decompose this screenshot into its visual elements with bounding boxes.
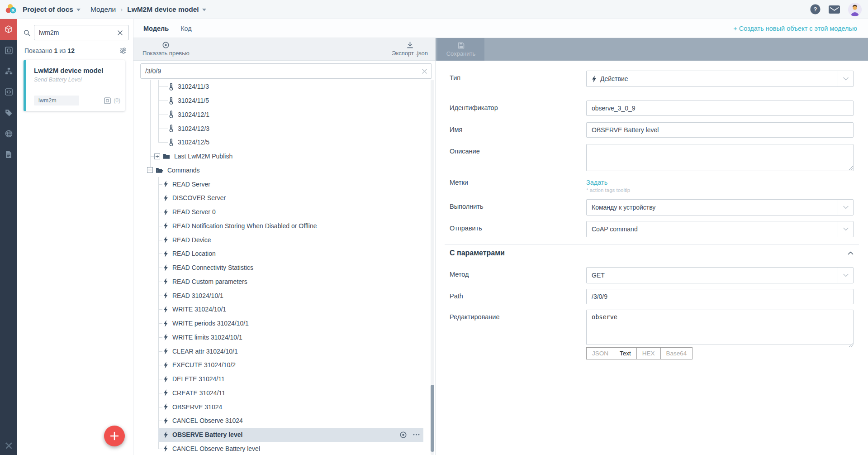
tree-item[interactable]: READ 31024/10/1 — [133, 288, 423, 302]
resize-handle[interactable] — [849, 343, 853, 347]
tree-item[interactable]: Last LwM2M Publish — [133, 149, 423, 163]
tab-code[interactable]: Код — [180, 25, 192, 32]
tree-search-box — [140, 63, 432, 79]
sidebar-item-docs[interactable] — [0, 144, 17, 165]
tags-label: Метки — [450, 175, 586, 186]
tab-model[interactable]: Модель — [143, 25, 169, 32]
models-search-input[interactable] — [34, 29, 111, 36]
caret-down-icon[interactable] — [76, 9, 81, 11]
minusbox-icon — [147, 167, 153, 173]
type-label: Тип — [450, 71, 586, 81]
tree-item[interactable]: Commands — [133, 163, 423, 177]
clear-search-icon[interactable] — [422, 69, 427, 74]
tree-item[interactable]: READ Connectivity Statistics — [133, 261, 423, 275]
scrollbar-thumb[interactable] — [431, 385, 434, 452]
chevron-up-icon[interactable] — [848, 251, 854, 255]
tree-item[interactable]: CANCEL Observe Battery level — [133, 442, 423, 455]
tree-item-label: READ Server — [172, 181, 210, 188]
tree-search-input[interactable] — [141, 67, 422, 75]
send-select[interactable]: CoAP command — [586, 221, 854, 237]
sidebar-item-models[interactable] — [0, 19, 17, 40]
save-icon — [458, 42, 465, 49]
resize-handle[interactable] — [849, 166, 853, 170]
thermometer-icon — [169, 125, 174, 132]
chevron-down-icon — [838, 71, 853, 86]
tree-item[interactable]: DELETE 31024/11 — [133, 372, 423, 386]
method-label: Метод — [450, 267, 586, 278]
breadcrumb-model[interactable]: LwM2M device model — [127, 5, 199, 14]
tree-item-label: 31024/11/5 — [178, 97, 209, 104]
sidebar-item-tags[interactable] — [0, 102, 17, 123]
type-select[interactable]: Действие — [586, 71, 854, 87]
filter-icon[interactable] — [119, 48, 127, 54]
tree-item[interactable]: READ Server — [133, 177, 423, 191]
sidebar-item-network[interactable] — [0, 123, 17, 144]
name-input[interactable] — [586, 122, 854, 138]
tree-item[interactable]: 31024/12/5 — [133, 135, 423, 149]
tree-item[interactable]: CREATE 31024/11 — [133, 386, 423, 400]
export-json-button[interactable]: Экспорт .json — [392, 42, 428, 57]
bolt-icon — [163, 362, 168, 369]
avatar[interactable] — [848, 3, 862, 16]
folder-icon — [163, 153, 170, 159]
add-button[interactable] — [104, 426, 125, 446]
tree-item[interactable]: READ Notification Storing When Disabled … — [133, 219, 423, 233]
method-select[interactable]: GET — [586, 267, 854, 283]
tree-item[interactable]: 31024/11/5 — [133, 94, 423, 108]
tree-item[interactable]: EXECUTE 31024/10/2 — [133, 358, 423, 372]
model-card-tag: lwm2m — [34, 96, 79, 105]
help-icon[interactable]: ? — [810, 4, 821, 14]
execute-select[interactable]: Команду к устройству — [586, 199, 854, 216]
show-preview-button[interactable]: Показать превью — [142, 42, 190, 57]
tree-item[interactable]: 31024/11/3 — [133, 80, 423, 94]
save-button[interactable]: Сохранить — [437, 38, 484, 61]
editing-textarea[interactable]: observe — [586, 310, 854, 345]
sidebar-item-code[interactable] — [0, 81, 17, 102]
tree-item[interactable]: CANCEL Observe 31024 — [133, 414, 423, 428]
tree-item[interactable]: READ Custom parameters — [133, 275, 423, 289]
bolt-icon — [163, 264, 168, 271]
sidebar-item-objects[interactable] — [0, 40, 17, 61]
chevron-down-icon — [838, 268, 853, 283]
format-tab-text[interactable]: Text — [614, 347, 637, 359]
tree-item[interactable]: OBSERVE Battery level — [133, 428, 423, 442]
tree-item[interactable]: DISCOVER Server — [133, 191, 423, 205]
tree-item[interactable]: 31024/12/3 — [133, 121, 423, 135]
path-input[interactable] — [586, 289, 854, 304]
tree-item[interactable]: READ Location — [133, 247, 423, 261]
tree-item[interactable]: WRITE 31024/10/1 — [133, 302, 423, 316]
tree-item-label: 31024/12/3 — [178, 125, 209, 132]
mail-icon[interactable] — [829, 5, 840, 14]
tree-item[interactable]: 31024/12/1 — [133, 108, 423, 122]
tree-item-label: CANCEL Observe Battery level — [172, 445, 260, 452]
tree-item[interactable]: OBSERVE 31024 — [133, 400, 423, 414]
format-tab-hex[interactable]: HEX — [637, 347, 661, 359]
send-select-value: CoAP command — [592, 225, 638, 233]
set-tags-link[interactable]: Задать — [586, 175, 607, 186]
scrollbar-track[interactable] — [431, 80, 434, 455]
project-switcher[interactable]: Project of docs — [23, 5, 73, 14]
sidebar-item-automation[interactable] — [0, 61, 17, 81]
model-card[interactable]: LwM2M device model Send Battery Level lw… — [24, 60, 125, 111]
tools-icon[interactable] — [5, 442, 13, 450]
caret-down-icon[interactable] — [202, 9, 206, 11]
tree-item[interactable]: WRITE limits 31024/10/1 — [133, 330, 423, 345]
tree-item-label: CLEAR attr 31024/10/1 — [172, 348, 238, 355]
breadcrumb-section[interactable]: Модели — [90, 5, 116, 14]
models-search-box — [34, 25, 129, 40]
objects-count-icon[interactable] — [104, 97, 111, 104]
create-object-link[interactable]: + Создать новый объект с этой моделью — [733, 25, 857, 32]
identifier-input[interactable] — [586, 101, 854, 116]
tree-item-label: READ Notification Storing When Disabled … — [172, 222, 317, 230]
tree-item[interactable]: READ Server 0 — [133, 205, 423, 219]
tree-item[interactable]: WRITE periods 31024/10/1 — [133, 316, 423, 330]
description-textarea[interactable] — [586, 144, 854, 171]
bolt-icon — [163, 181, 168, 187]
tree-item[interactable]: CLEAR attr 31024/10/1 — [133, 344, 423, 358]
bolt-icon — [163, 403, 168, 410]
clear-search-icon[interactable] — [118, 30, 123, 35]
format-tab-base64[interactable]: Base64 — [661, 347, 693, 359]
tree-item[interactable]: READ Device — [133, 233, 423, 247]
tree-item-label: WRITE periods 31024/10/1 — [172, 320, 249, 327]
format-tab-json[interactable]: JSON — [586, 347, 614, 359]
